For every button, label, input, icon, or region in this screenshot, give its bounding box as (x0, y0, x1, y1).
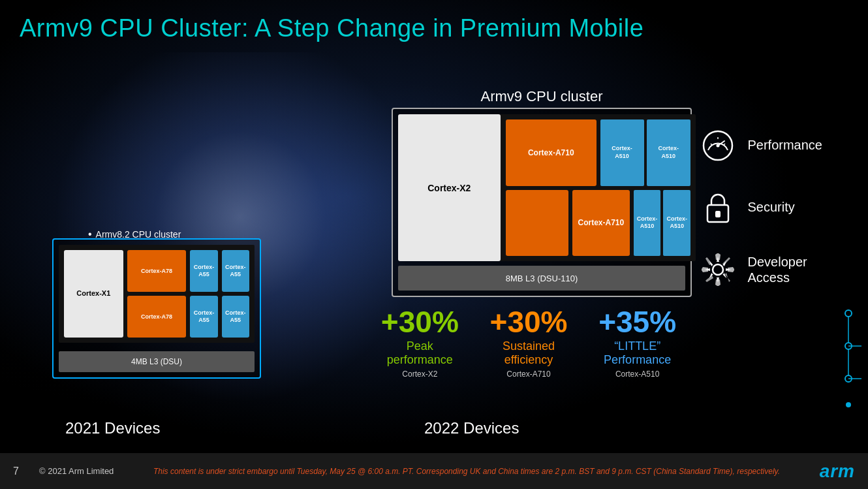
cluster-v8-box: Cortex-X1 Cortex-A78 Cortex-A78 Cortex-A… (52, 238, 261, 379)
gear-icon (700, 251, 736, 287)
chip-cortex-a710-3 (506, 190, 568, 257)
chip-cortex-a710-1: Cortex-X2 (398, 114, 501, 261)
stat-label-peak-2: performance (371, 353, 469, 367)
footer-embargo-text: This content is under strict embargo unt… (127, 467, 806, 476)
v8-a55-cols: Cortex-A55 Cortex-A55 Cortex-A55 Cortex-… (190, 250, 249, 338)
v8-a78-col: Cortex-A78 Cortex-A78 (127, 250, 187, 338)
chip-cortex-a510-1: Cortex-A510 (600, 119, 644, 186)
svg-line-3 (711, 144, 712, 145)
stat-label-little-2: Performance (589, 353, 687, 367)
chip-cortex-a55-2: Cortex-A55 (222, 250, 249, 292)
chip-cortex-a510-4: Cortex-A510 (663, 190, 690, 257)
cluster-v9-box: Cortex-X2 Cortex-A710 Cortex-A510 Cortex… (392, 108, 692, 297)
cluster-v9-inner: Cortex-X2 Cortex-A710 Cortex-A510 Cortex… (398, 114, 696, 261)
v8-a55-row2: Cortex-A55 Cortex-A55 (190, 296, 249, 338)
chip-cortex-x1: Cortex-X1 (64, 250, 123, 338)
sidebar-label-developer-access-wrap: DeveloperAccess (748, 254, 807, 285)
sidebar-item-performance: Performance (700, 127, 823, 163)
sidebar-label-performance: Performance (748, 138, 823, 153)
stat-peak-performance: +30% Peak performance Cortex-X2 (371, 307, 469, 379)
sidebar-label-developer: DeveloperAccess (748, 254, 807, 285)
stats-container: +30% Peak performance Cortex-X2 +30% Sus… (365, 307, 692, 379)
stat-label-sustained-1: Sustained (480, 339, 578, 353)
stat-little-performance: +35% “LITTLE” Performance Cortex-A510 (589, 307, 687, 379)
sidebar-item-developer-access: DeveloperAccess (700, 251, 823, 287)
chip-cortex-a78-2: Cortex-A78 (127, 296, 187, 338)
chip-cortex-a510-3: Cortex-A510 (634, 190, 661, 257)
page-title: Armv9 CPU Cluster: A Step Change in Prem… (20, 14, 643, 42)
stat-value-little: +35% (589, 307, 687, 337)
lock-icon (700, 189, 736, 225)
stat-value-peak: +30% (371, 307, 469, 337)
label-2021-devices: 2021 Devices (65, 419, 160, 437)
stat-sustained-efficiency: +30% Sustained efficiency Cortex-A710 (480, 307, 578, 379)
sidebar-item-security: Security (700, 189, 823, 225)
v9-row2: Cortex-A710 Cortex-A510 Cortex-A510 (506, 190, 690, 257)
svg-point-8 (713, 264, 723, 275)
chip-cortex-a55-1: Cortex-A55 (190, 250, 217, 292)
v9-row1: Cortex-X2 Cortex-A710 Cortex-A510 Cortex… (506, 119, 690, 186)
stat-sublabel-peak: Cortex-X2 (371, 370, 469, 379)
stat-sublabel-sustained: Cortex-A710 (480, 370, 578, 379)
cluster-v9-title: Armv9 CPU cluster (392, 88, 692, 105)
chip-cortex-a710-2: Cortex-A710 (506, 119, 597, 186)
label-2022-devices: 2022 Devices (424, 419, 519, 437)
stat-label-little-1: “LITTLE” (589, 339, 687, 353)
stat-label-peak-1: Peak (371, 339, 469, 353)
chip-cortex-a78-1: Cortex-A78 (127, 250, 187, 292)
stat-sublabel-little: Cortex-A510 (589, 370, 687, 379)
svg-rect-7 (715, 211, 721, 217)
v9-a510-pair-top: Cortex-A510 Cortex-A510 (600, 119, 691, 186)
footer-page-number: 7 (13, 465, 26, 477)
v8-cortex-x1-col: Cortex-X1 (64, 250, 123, 338)
footer-copyright: © 2021 Arm Limited (39, 466, 114, 476)
svg-point-2 (717, 144, 720, 147)
svg-line-5 (724, 144, 725, 145)
sidebar-label-security: Security (748, 200, 795, 215)
stat-label-sustained-2: efficiency (480, 353, 578, 367)
chip-cortex-a510-2: Cortex-A510 (647, 119, 690, 186)
chip-cortex-a55-4: Cortex-A55 (222, 296, 249, 338)
footer: 7 © 2021 Arm Limited This content is und… (0, 453, 868, 489)
v8-a55-row1: Cortex-A55 Cortex-A55 (190, 250, 249, 292)
v9-l3-bar: 8MB L3 (DSU-110) (398, 266, 685, 291)
circuit-decoration (829, 0, 868, 489)
chip-cortex-a710-4: Cortex-A710 (572, 190, 629, 257)
speedometer-icon (700, 127, 736, 163)
stat-value-sustained: +30% (480, 307, 578, 337)
cluster-v8-inner: Cortex-X1 Cortex-A78 Cortex-A78 Cortex-A… (59, 245, 255, 343)
v9-a510-pair-bottom: Cortex-A510 Cortex-A510 (634, 190, 690, 257)
svg-point-9 (845, 310, 852, 317)
page-content: Armv9 CPU Cluster: A Step Change in Prem… (0, 0, 868, 489)
v8-l3-bar: 4MB L3 (DSU) (59, 351, 255, 372)
svg-point-16 (846, 402, 851, 407)
sidebar-icons: Performance Security (700, 127, 823, 287)
chip-cortex-a55-3: Cortex-A55 (190, 296, 217, 338)
